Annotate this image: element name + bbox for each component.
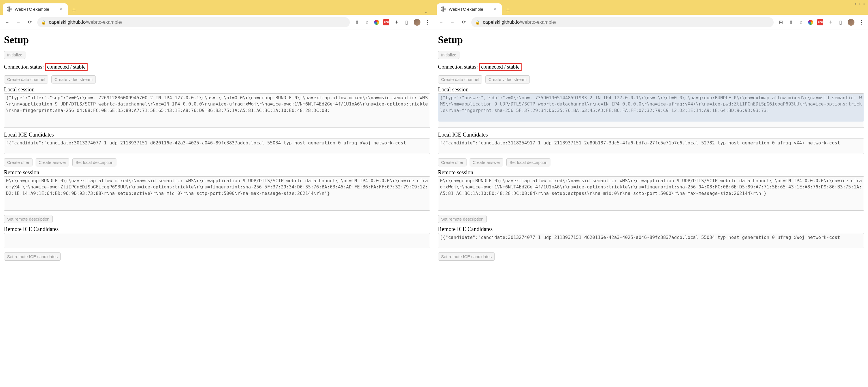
bookmark-star-icon[interactable]: ☆ (364, 19, 370, 25)
url-host: capelski.github.io (49, 20, 86, 25)
close-tab-icon[interactable]: × (59, 6, 64, 12)
profile-avatar-icon[interactable] (848, 19, 855, 26)
create-data-channel-button[interactable]: Create data channel (438, 75, 482, 83)
browser-window-right: WebRTC example × + ● ● ● ← → ⟳ 🔒 capelsk… (434, 0, 868, 387)
remote-ice-textarea[interactable] (4, 233, 430, 248)
toolbar-icons: ⇪ ☆ ABP ✦ ▯ ⋮ (354, 19, 431, 26)
lock-icon: 🔒 (41, 20, 46, 25)
local-ice-textarea[interactable] (4, 139, 430, 154)
tab-strip: WebRTC example × + ⌄ (0, 0, 434, 15)
address-bar: ← → ⟳ 🔒 capelski.github.io/webrtc-exampl… (434, 15, 868, 30)
share-icon[interactable]: ⇪ (788, 19, 794, 25)
page-heading: Setup (438, 34, 864, 46)
globe-icon (7, 6, 12, 11)
remote-ice-label: Remote ICE Candidates (4, 226, 430, 233)
extension-rainbow-icon[interactable] (808, 20, 813, 25)
close-tab-icon[interactable]: × (493, 6, 498, 12)
set-local-desc-button[interactable]: Set local description (506, 158, 550, 167)
local-session-textarea[interactable] (438, 93, 864, 128)
status-label: Connection status: (438, 64, 478, 70)
status-label: Connection status: (4, 64, 44, 70)
address-bar: ← → ⟳ 🔒 capelski.github.io/webrtc-exampl… (0, 15, 434, 30)
local-session-label: Local session (4, 86, 430, 93)
abp-icon[interactable]: ABP (817, 19, 824, 25)
kebab-menu-icon[interactable]: ⋮ (858, 19, 865, 25)
create-answer-button[interactable]: Create answer (36, 158, 69, 167)
new-tab-button[interactable]: + (503, 6, 513, 15)
page-content: Setup Initialize Connection status: conn… (434, 30, 868, 387)
back-button[interactable]: ← (437, 19, 445, 26)
url-field[interactable]: 🔒 capelski.github.io/webrtc-example/ (471, 17, 774, 27)
lock-icon: 🔒 (475, 20, 480, 25)
url-path: /webrtc-example/ (520, 20, 556, 25)
new-tab-button[interactable]: + (69, 6, 79, 15)
url-field[interactable]: 🔒 capelski.github.io/webrtc-example/ (37, 17, 350, 27)
tab-title: WebRTC example (449, 7, 483, 11)
remote-ice-label: Remote ICE Candidates (438, 226, 864, 233)
url-path: /webrtc-example/ (86, 20, 122, 25)
initialize-button[interactable]: Initialize (438, 51, 459, 59)
tab-strip: WebRTC example × + ● ● ● (434, 0, 868, 15)
sidepanel-icon[interactable]: ▯ (403, 19, 410, 25)
status-value: connected / stable (45, 63, 88, 71)
sidepanel-icon[interactable]: ▯ (837, 19, 844, 25)
browser-tab[interactable]: WebRTC example × (3, 3, 68, 15)
set-local-desc-button[interactable]: Set local description (72, 158, 116, 167)
translate-icon[interactable]: ⊞ (778, 19, 784, 25)
set-remote-ice-button[interactable]: Set remote ICE candidates (4, 252, 61, 260)
create-offer-button[interactable]: Create offer (438, 158, 466, 167)
remote-session-label: Remote session (438, 169, 864, 176)
set-remote-desc-button[interactable]: Set remote description (438, 215, 487, 223)
create-answer-button[interactable]: Create answer (470, 158, 503, 167)
local-ice-textarea[interactable] (438, 139, 864, 154)
initialize-button[interactable]: Initialize (4, 51, 25, 59)
extension-rainbow-icon[interactable] (374, 20, 379, 25)
reload-button[interactable]: ⟳ (26, 19, 33, 26)
extensions-puzzle-icon[interactable]: ✦ (827, 19, 834, 25)
browser-window-left: WebRTC example × + ⌄ ← → ⟳ 🔒 capelski.gi… (0, 0, 434, 387)
abp-icon[interactable]: ABP (383, 19, 390, 25)
kebab-menu-icon[interactable]: ⋮ (424, 19, 431, 25)
tabs-dropdown-icon[interactable]: ⌄ (424, 9, 431, 15)
url-host: capelski.github.io (483, 20, 520, 25)
globe-icon (441, 6, 446, 11)
local-session-textarea[interactable] (4, 93, 430, 128)
toolbar-icons: ⊞ ⇪ ☆ ABP ✦ ▯ ⋮ (778, 19, 865, 26)
reload-button[interactable]: ⟳ (460, 19, 467, 26)
remote-session-textarea[interactable] (4, 176, 430, 211)
extensions-puzzle-icon[interactable]: ✦ (393, 19, 400, 25)
create-video-stream-button[interactable]: Create video stream (486, 75, 530, 83)
tab-title: WebRTC example (15, 7, 49, 11)
forward-button[interactable]: → (449, 19, 456, 26)
local-ice-label: Local ICE Candidates (4, 132, 430, 138)
bookmark-star-icon[interactable]: ☆ (798, 19, 804, 25)
page-content: Setup Initialize Connection status: conn… (0, 30, 434, 387)
create-data-channel-button[interactable]: Create data channel (4, 75, 48, 83)
forward-button[interactable]: → (15, 19, 22, 26)
back-button[interactable]: ← (3, 19, 11, 26)
remote-session-textarea[interactable] (438, 176, 864, 211)
local-session-label: Local session (438, 86, 864, 93)
remote-session-label: Remote session (4, 169, 430, 176)
local-ice-label: Local ICE Candidates (438, 132, 864, 138)
set-remote-desc-button[interactable]: Set remote description (4, 215, 53, 223)
set-remote-ice-button[interactable]: Set remote ICE candidates (438, 252, 495, 260)
window-traffic-lights-icon[interactable]: ● ● ● (855, 2, 866, 5)
create-video-stream-button[interactable]: Create video stream (52, 75, 96, 83)
profile-avatar-icon[interactable] (414, 19, 421, 26)
browser-tab[interactable]: WebRTC example × (437, 3, 502, 15)
page-heading: Setup (4, 34, 430, 46)
status-value: connected / stable (479, 63, 522, 71)
remote-ice-textarea[interactable] (438, 233, 864, 248)
share-icon[interactable]: ⇪ (354, 19, 360, 25)
create-offer-button[interactable]: Create offer (4, 158, 32, 167)
